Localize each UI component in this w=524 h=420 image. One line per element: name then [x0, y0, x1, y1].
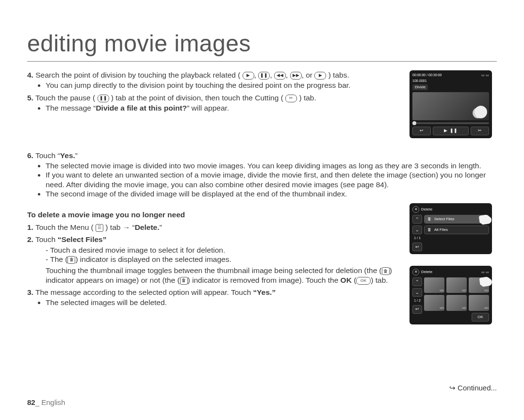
- trash-icon: 🗑: [180, 277, 188, 285]
- delete-step-1: 1. Touch the Menu ( ☰ ) tab → “Delete.”: [27, 223, 402, 232]
- cam1-preview: [412, 92, 489, 120]
- thumb-row-1: HD HD HD: [424, 277, 489, 293]
- page-title: editing movie images: [27, 29, 497, 58]
- page-lang: _ English: [35, 398, 66, 406]
- down-icon[interactable]: ⌄: [412, 288, 422, 297]
- delete-step-3: 3. The message according to the selected…: [27, 288, 402, 307]
- down-icon[interactable]: ⌄: [412, 226, 422, 234]
- ok-icon: OK: [356, 277, 371, 285]
- trash-icon: 🗑: [427, 217, 431, 222]
- up-icon[interactable]: ⌃: [412, 215, 422, 224]
- cam2-pager: 1 / 1: [412, 236, 422, 241]
- step6-bullet2: If you want to delete an unwanted sectio…: [46, 170, 497, 189]
- right-column-2: ✳ Delete ⌃ ⌄ 1 / 1 ↩ 🗑 Select Files: [409, 203, 497, 336]
- step-5: 5. Touch the pause ( ❚❚ ) tab at the poi…: [27, 93, 402, 113]
- all-files-row[interactable]: 🗑 All Files: [424, 226, 489, 234]
- step-4: 4. Search the point of division by touch…: [27, 70, 402, 90]
- thumb-2[interactable]: HD: [446, 277, 467, 293]
- back-icon[interactable]: ↩: [412, 305, 422, 314]
- step-number: 4.: [27, 71, 33, 79]
- cam3-title: Delete: [421, 270, 432, 275]
- ffwd-icon: ▶▶: [290, 72, 302, 80]
- delete-left: To delete a movie image you no longer ne…: [27, 203, 402, 336]
- step4-bullets: You can jump directly to the division po…: [27, 81, 402, 90]
- delete-step-2: 2. Touch “Select Files” Touch a desired …: [27, 235, 402, 285]
- cam1-indicators: ▭ ▭: [481, 73, 489, 78]
- camera-screenshot-delete-menu: ✳ Delete ⌃ ⌄ 1 / 1 ↩ 🗑 Select Files: [409, 203, 492, 254]
- cam1-file: 100-0001: [412, 79, 489, 83]
- back-icon[interactable]: ↩: [412, 242, 422, 251]
- pause-icon: ❚❚: [258, 72, 270, 80]
- cam2-title: Delete: [421, 207, 432, 212]
- step4-bullet1: You can jump directly to the division po…: [46, 81, 402, 90]
- cam1-topbar: 00:00:00 / 00:30:00 ▭ ▭: [412, 73, 489, 78]
- flower-graphic: [475, 106, 487, 118]
- play2-icon: ▶: [314, 72, 326, 80]
- play-icon: ▶: [243, 72, 254, 80]
- delete-subhead: To delete a movie image you no longer ne…: [27, 210, 402, 219]
- cam1-controls: ↩ ▶ ❚❚ ✂: [412, 127, 489, 135]
- trash-icon: 🗑: [427, 227, 431, 232]
- step6-bullet3: The second image of the divided image wi…: [46, 189, 497, 198]
- left-column: 4. Search the point of division by touch…: [27, 70, 402, 150]
- delete-steps: 1. Touch the Menu ( ☰ ) tab → “Delete.” …: [27, 223, 402, 307]
- step5-bullets: The message “Divide a file at this point…: [27, 103, 402, 113]
- camera-screenshot-divide: 00:00:00 / 00:30:00 ▭ ▭ 100-0001 Divide …: [409, 70, 492, 138]
- reel-icon: ✳: [412, 269, 419, 275]
- trash-icon: 🗑: [67, 256, 75, 264]
- camera-screenshot-delete-thumbs: ✳ Delete ▭ ▭ ⌃ ⌄ 1 / 2 ↩ HD: [409, 266, 492, 324]
- delete-step3-bullets: The selected images will be deleted.: [27, 298, 402, 307]
- thumb-5[interactable]: HD: [446, 295, 467, 310]
- d2-dash2: The (🗑) indicator is displayed on the se…: [46, 255, 402, 264]
- steps-list-cont: 6. Touch “Yes.” The selected movie image…: [27, 151, 497, 199]
- up-icon[interactable]: ⌃: [412, 277, 422, 286]
- step-number: 5.: [27, 94, 33, 102]
- select-files-row[interactable]: 🗑 Select Files: [424, 215, 489, 224]
- cam3-indicators: ▭ ▭: [481, 270, 489, 275]
- step-number: 6.: [27, 151, 33, 160]
- rewind-icon: ◀◀: [274, 72, 286, 80]
- content-columns: 4. Search the point of division by touch…: [27, 70, 497, 150]
- step6-bullets: The selected movie image is divided into…: [27, 161, 497, 199]
- page-number-block: 82_ English: [27, 398, 65, 407]
- cam1-divide-label: Divide: [412, 84, 428, 90]
- cut-icon[interactable]: ✂: [471, 127, 489, 135]
- reel-icon: ✳: [412, 206, 419, 213]
- continued-label: Continued...: [449, 384, 497, 393]
- trash-icon: 🗑: [382, 267, 390, 275]
- ok-button[interactable]: OK: [472, 313, 489, 322]
- delete-section: To delete a movie image you no longer ne…: [27, 203, 497, 336]
- thumb-1[interactable]: HD: [424, 277, 444, 293]
- d2-dash3: Touching the thumbnail image toggles bet…: [27, 266, 402, 285]
- delete-step2-dashes: Touch a desired movie image to select it…: [27, 245, 402, 264]
- steps-list: 4. Search the point of division by touch…: [27, 70, 402, 113]
- thumb-row-2: HD HD HD: [424, 295, 489, 310]
- step-text: Search the point of division by touching…: [35, 71, 240, 79]
- step6-bullet1: The selected movie image is divided into…: [46, 161, 497, 170]
- manual-page: editing movie images 4. Search the point…: [0, 0, 524, 420]
- pause-icon: ❚❚: [98, 95, 109, 102]
- d2-dash1: Touch a desired movie image to select it…: [46, 245, 402, 255]
- page-number: 82: [27, 398, 35, 406]
- thumb-4[interactable]: HD: [424, 295, 444, 310]
- step-text-end: ) tabs.: [328, 71, 349, 79]
- scissors-icon: ✂: [285, 95, 297, 102]
- page-footer: 82_ English: [27, 398, 497, 407]
- cam1-time: 00:00:00 / 00:30:00: [412, 73, 442, 78]
- cam3-pager: 1 / 2: [412, 299, 422, 303]
- menu-icon: ☰: [96, 224, 103, 232]
- step-6: 6. Touch “Yes.” The selected movie image…: [27, 151, 497, 199]
- thumb-3[interactable]: HD: [469, 277, 489, 293]
- cam1-progress: [412, 122, 489, 124]
- back-icon[interactable]: ↩: [412, 127, 431, 135]
- step5-bullet1: The message “Divide a file at this point…: [46, 103, 402, 113]
- d3-bullet1: The selected images will be deleted.: [46, 298, 402, 307]
- right-column-1: 00:00:00 / 00:30:00 ▭ ▭ 100-0001 Divide …: [409, 70, 497, 150]
- title-rule: [27, 61, 497, 62]
- play-pause-icon[interactable]: ▶ ❚❚: [433, 127, 469, 135]
- thumb-6[interactable]: HD: [469, 295, 489, 310]
